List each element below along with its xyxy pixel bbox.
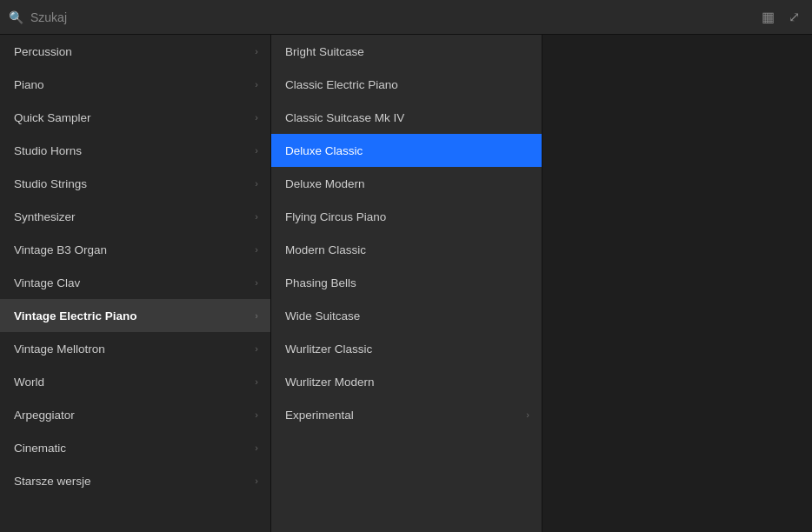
middle-menu-item[interactable]: Modern Classic [271,233,542,266]
search-icon: 🔍 [9,10,23,24]
menu-item-label: Arpeggiator [14,409,75,422]
left-menu-item[interactable]: Studio Strings› [0,167,270,200]
menu-item-label: World [14,376,44,389]
middle-menu-item[interactable]: Wide Suitcase [271,299,542,332]
submenu-item-label: Bright Suitcase [285,45,364,58]
chevron-right-icon: › [255,211,258,222]
submenu-item-label: Wide Suitcase [285,309,360,323]
right-column [542,35,812,532]
collapse-icon[interactable]: ⤢ [785,7,803,27]
left-menu-item[interactable]: World› [0,365,270,398]
menu-item-label: Percussion [14,45,72,58]
left-menu-item[interactable]: Starsze wersje› [0,464,270,497]
middle-menu-item[interactable]: Classic Electric Piano [271,68,542,101]
menu-item-label: Synthesizer [14,210,76,223]
chevron-right-icon: › [255,46,258,57]
chevron-right-icon: › [255,475,258,486]
chevron-right-icon: › [255,112,258,123]
left-menu-item[interactable]: Cinematic› [0,431,270,464]
chevron-right-icon: › [255,244,258,255]
search-input-wrapper: 🔍 [9,10,751,24]
left-column: Percussion›Piano›Quick Sampler›Studio Ho… [0,35,271,532]
submenu-item-label: Deluxe Modern [285,177,365,190]
menu-item-label: Cinematic [14,442,66,455]
middle-column: Bright SuitcaseClassic Electric PianoCla… [271,35,542,532]
menu-item-label: Vintage Clav [14,276,80,289]
chevron-right-icon: › [255,277,258,288]
chevron-right-icon: › [255,409,258,420]
submenu-item-label: Deluxe Classic [285,144,363,157]
left-menu-item[interactable]: Vintage B3 Organ› [0,233,270,266]
submenu-item-label: Classic Suitcase Mk IV [285,111,404,124]
middle-menu-item[interactable]: Wurlitzer Classic [271,332,542,365]
chevron-right-icon: › [255,343,258,354]
submenu-item-label: Phasing Bells [285,276,356,289]
menu-item-label: Studio Horns [14,144,82,157]
middle-menu-item[interactable]: Flying Circus Piano [271,200,542,233]
middle-menu-item[interactable]: Deluxe Modern [271,167,542,200]
middle-menu-item[interactable]: Deluxe Classic [271,134,542,167]
menu-item-label: Starsze wersje [14,475,91,488]
chevron-right-icon: › [255,145,258,156]
grid-icon[interactable]: ▦ [758,7,778,27]
chevron-right-icon: › [255,442,258,453]
chevron-right-icon: › [255,178,258,189]
submenu-item-label: Experimental [285,409,354,422]
menu-item-label: Vintage Electric Piano [14,309,137,323]
left-menu-item[interactable]: Vintage Mellotron› [0,332,270,365]
menu-item-label: Vintage Mellotron [14,342,105,356]
search-bar: 🔍 ▦ ⤢ [0,0,812,35]
chevron-right-icon: › [255,79,258,90]
submenu-item-label: Wurlitzer Modern [285,376,375,389]
chevron-right-icon: › [255,376,258,387]
middle-menu-item[interactable]: Phasing Bells [271,266,542,299]
menu-item-label: Quick Sampler [14,111,91,124]
left-menu-item[interactable]: Percussion› [0,35,270,68]
menu-item-label: Vintage B3 Organ [14,243,107,256]
submenu-item-label: Modern Classic [285,243,366,256]
left-menu-item[interactable]: Vintage Clav› [0,266,270,299]
middle-menu-item[interactable]: Wurlitzer Modern [271,365,542,398]
left-menu-item[interactable]: Synthesizer› [0,200,270,233]
search-input[interactable] [30,10,751,24]
left-menu-item[interactable]: Quick Sampler› [0,101,270,134]
submenu-item-label: Classic Electric Piano [285,78,398,91]
submenu-item-label: Wurlitzer Classic [285,342,372,356]
main-content: Percussion›Piano›Quick Sampler›Studio Ho… [0,35,812,532]
middle-menu-item[interactable]: Bright Suitcase [271,35,542,68]
toolbar-icons: ▦ ⤢ [758,7,803,27]
chevron-right-icon: › [255,310,258,321]
menu-item-label: Studio Strings [14,177,87,190]
left-menu-item[interactable]: Studio Horns› [0,134,270,167]
left-menu-item[interactable]: Vintage Electric Piano› [0,299,270,332]
submenu-item-label: Flying Circus Piano [285,210,386,223]
chevron-right-icon: › [526,409,529,420]
menu-item-label: Piano [14,78,44,91]
middle-menu-item[interactable]: Experimental› [271,398,542,431]
left-menu-item[interactable]: Arpeggiator› [0,398,270,431]
middle-menu-item[interactable]: Classic Suitcase Mk IV [271,101,542,134]
left-menu-item[interactable]: Piano› [0,68,270,101]
